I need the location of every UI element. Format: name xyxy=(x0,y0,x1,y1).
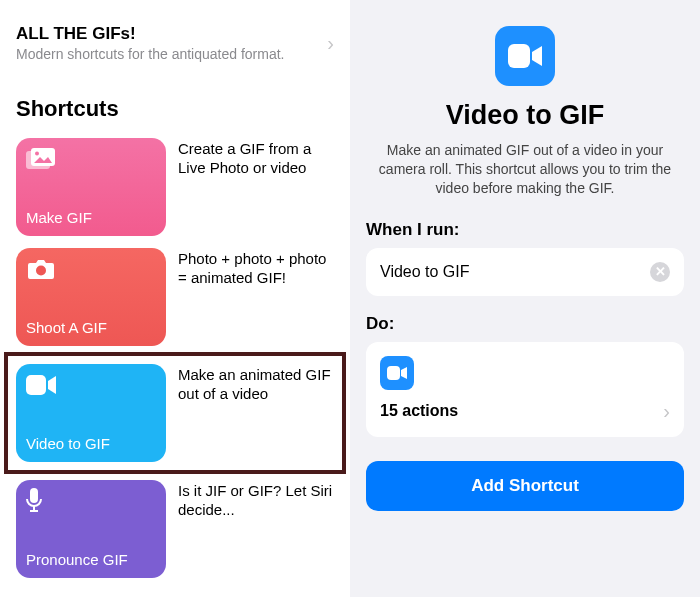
svg-rect-8 xyxy=(508,44,530,68)
shortcut-label: Pronounce GIF xyxy=(26,551,156,568)
shortcut-desc: Photo + photo + photo = animated GIF! xyxy=(178,248,334,288)
do-label: Do: xyxy=(366,314,684,334)
svg-rect-4 xyxy=(26,375,46,395)
svg-rect-5 xyxy=(30,488,38,503)
shortcut-card-video-to-gif[interactable]: Video to GIF xyxy=(16,364,166,462)
section-title: Shortcuts xyxy=(0,78,350,132)
microphone-icon xyxy=(26,490,58,512)
do-card[interactable]: 15 actions › xyxy=(366,342,684,437)
detail-title: Video to GIF xyxy=(366,100,684,131)
shortcut-desc: Create a GIF from a Live Photo or video xyxy=(178,138,334,178)
svg-rect-1 xyxy=(31,148,55,166)
chevron-right-icon: › xyxy=(663,400,670,423)
detail-pane: Video to GIF Make an animated GIF out of… xyxy=(350,0,700,597)
app-icon-wrap xyxy=(366,26,684,86)
when-input[interactable]: Video to GIF ✕ xyxy=(366,248,684,296)
shortcut-desc: Make an animated GIF out of a video xyxy=(178,364,334,404)
shortcut-row[interactable]: Make GIF Create a GIF from a Live Photo … xyxy=(0,132,350,242)
shortcut-card-shoot-gif[interactable]: Shoot A GIF xyxy=(16,248,166,346)
highlight-box: Video to GIF Make an animated GIF out of… xyxy=(4,352,346,474)
video-icon xyxy=(26,374,58,396)
gallery-header[interactable]: ALL THE GIFs! Modern shortcuts for the a… xyxy=(0,0,350,78)
gallery-subtitle: Modern shortcuts for the antiquated form… xyxy=(16,46,284,62)
chevron-right-icon: › xyxy=(327,32,334,55)
svg-rect-9 xyxy=(387,366,400,380)
shortcut-row[interactable]: Shoot A GIF Photo + photo + photo = anim… xyxy=(0,242,350,352)
shortcut-card-pronounce-gif[interactable]: Pronounce GIF xyxy=(16,480,166,578)
gallery-pane: ALL THE GIFs! Modern shortcuts for the a… xyxy=(0,0,350,597)
gallery-header-text: ALL THE GIFs! Modern shortcuts for the a… xyxy=(16,24,284,62)
camera-icon xyxy=(26,258,58,280)
shortcut-row[interactable]: Pronounce GIF Is it JIF or GIF? Let Siri… xyxy=(0,474,350,584)
when-value: Video to GIF xyxy=(380,263,650,281)
shortcut-row[interactable]: Video to GIF Make an animated GIF out of… xyxy=(16,358,334,468)
svg-point-2 xyxy=(35,152,39,156)
do-row: 15 actions › xyxy=(380,400,670,423)
actions-count: 15 actions xyxy=(380,402,458,420)
detail-desc: Make an animated GIF out of a video in y… xyxy=(366,141,684,198)
gallery-title: ALL THE GIFs! xyxy=(16,24,284,44)
video-icon xyxy=(380,356,414,390)
photo-landscape-icon xyxy=(26,148,58,170)
clear-icon[interactable]: ✕ xyxy=(650,262,670,282)
shortcut-label: Shoot A GIF xyxy=(26,319,156,336)
add-shortcut-button[interactable]: Add Shortcut xyxy=(366,461,684,511)
svg-point-3 xyxy=(36,266,46,276)
when-label: When I run: xyxy=(366,220,684,240)
shortcut-desc: Is it JIF or GIF? Let Siri decide... xyxy=(178,480,334,520)
shortcut-card-make-gif[interactable]: Make GIF xyxy=(16,138,166,236)
video-icon xyxy=(495,26,555,86)
shortcut-label: Video to GIF xyxy=(26,435,156,452)
shortcut-label: Make GIF xyxy=(26,209,156,226)
